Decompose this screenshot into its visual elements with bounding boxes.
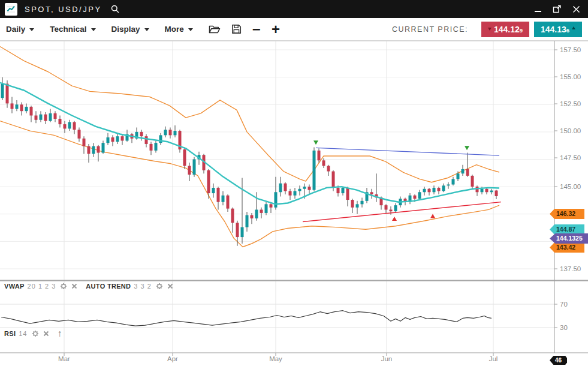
price-tag-bb-lower: 143.42 bbox=[550, 242, 584, 253]
arrow-down-icon bbox=[488, 28, 491, 31]
arrow-up-icon bbox=[572, 26, 575, 29]
overlay-lines-layer bbox=[0, 47, 499, 247]
axes-layer: 157.50155.00152.50150.00147.50145.00142.… bbox=[0, 41, 588, 362]
swing-high-marker bbox=[313, 140, 318, 145]
vwap-remove-icon[interactable] bbox=[71, 283, 77, 289]
vwap-legend-params: 20 1 2 3 bbox=[28, 283, 56, 290]
swing-low-marker bbox=[392, 217, 397, 221]
bid-price-box: 144.12 9 bbox=[481, 22, 529, 37]
vwap-legend-label: VWAP bbox=[4, 283, 25, 290]
bid-price-fraction: 9 bbox=[520, 27, 523, 34]
menu-more[interactable]: More bbox=[165, 25, 193, 34]
svg-text:70: 70 bbox=[560, 301, 568, 308]
chevron-down-icon bbox=[144, 28, 149, 31]
zoom-out-button[interactable]: − bbox=[252, 23, 261, 35]
chart-area: 157.50155.00152.50150.00147.50145.00142.… bbox=[0, 41, 588, 366]
svg-text:155.00: 155.00 bbox=[560, 73, 581, 80]
current-price-label: CURRENT PRICE: bbox=[392, 25, 468, 34]
chevron-down-icon bbox=[91, 28, 96, 31]
price-tag-bb-upper: 146.32 bbox=[550, 209, 584, 219]
rsi-legend-params: 14 bbox=[19, 330, 27, 337]
current-price-area: CURRENT PRICE: 144.12 9 144.13 6 bbox=[392, 22, 582, 37]
menu-display[interactable]: Display bbox=[111, 25, 149, 34]
title-bar: SPOT, USD/JPY bbox=[0, 0, 588, 18]
save-icon[interactable] bbox=[231, 24, 242, 34]
svg-text:Apr: Apr bbox=[167, 355, 178, 362]
auto-trend-remove-icon[interactable] bbox=[167, 283, 173, 289]
auto-trend-settings-gear-icon[interactable] bbox=[156, 283, 163, 290]
chevron-down-icon bbox=[29, 28, 34, 31]
menu-timeframe[interactable]: Daily bbox=[6, 25, 34, 34]
auto-trend-legend-label: AUTO TREND bbox=[86, 283, 131, 290]
svg-text:152.50: 152.50 bbox=[560, 100, 581, 107]
rsi-legend: RSI 14 ↑ bbox=[4, 329, 62, 338]
rsi-legend-label: RSI bbox=[4, 330, 16, 337]
popout-button[interactable] bbox=[552, 4, 562, 14]
main-indicator-legend: VWAP 20 1 2 3 AUTO TREND 3 3 2 bbox=[4, 283, 173, 290]
zoom-in-button[interactable]: + bbox=[272, 23, 280, 35]
rsi-settings-gear-icon[interactable] bbox=[32, 330, 39, 337]
svg-text:137.50: 137.50 bbox=[560, 265, 581, 272]
menu-timeframe-label: Daily bbox=[6, 25, 25, 34]
svg-text:May: May bbox=[269, 355, 282, 362]
chart-canvas[interactable]: 157.50155.00152.50150.00147.50145.00142.… bbox=[0, 41, 588, 366]
rsi-remove-icon[interactable] bbox=[43, 331, 49, 337]
chevron-down-icon bbox=[188, 28, 193, 31]
svg-text:Jun: Jun bbox=[381, 355, 393, 362]
auto-trend-legend-params: 3 3 2 bbox=[134, 283, 151, 290]
plus-icon: + bbox=[272, 23, 280, 35]
toolbar: Daily Technical Display More bbox=[0, 18, 588, 41]
ask-price-value: 144.13 bbox=[541, 25, 566, 34]
vwap-settings-gear-icon[interactable] bbox=[60, 283, 67, 290]
candles-layer bbox=[1, 77, 498, 246]
minimize-button[interactable] bbox=[533, 4, 542, 14]
svg-text:150.00: 150.00 bbox=[560, 127, 581, 134]
search-icon[interactable] bbox=[110, 4, 120, 14]
swing-high-marker bbox=[465, 146, 469, 150]
menu-technical[interactable]: Technical bbox=[50, 25, 95, 34]
svg-text:147.50: 147.50 bbox=[560, 154, 581, 161]
svg-text:157.50: 157.50 bbox=[560, 46, 581, 53]
open-folder-icon[interactable] bbox=[209, 25, 221, 34]
ask-price-fraction: 6 bbox=[566, 27, 569, 34]
swing-low-marker bbox=[430, 214, 435, 218]
svg-text:30: 30 bbox=[560, 324, 568, 331]
move-pane-up-icon[interactable]: ↑ bbox=[58, 329, 62, 338]
bid-price-value: 144.12 bbox=[494, 25, 520, 34]
menu-more-label: More bbox=[165, 25, 184, 34]
symbol-title: SPOT, USD/JPY bbox=[25, 5, 102, 14]
svg-text:Mar: Mar bbox=[58, 355, 70, 362]
svg-text:145.00: 145.00 bbox=[560, 183, 581, 190]
menu-technical-label: Technical bbox=[50, 25, 86, 34]
minus-icon: − bbox=[252, 23, 261, 35]
price-tag-vwap: 144.87 bbox=[550, 224, 584, 235]
rsi-line bbox=[1, 311, 491, 326]
price-tag-last-price: 144.1325 bbox=[550, 233, 588, 244]
menu-display-label: Display bbox=[111, 25, 140, 34]
app-window: SPOT, USD/JPY Daily bbox=[0, 0, 588, 366]
close-button[interactable] bbox=[571, 4, 581, 14]
svg-text:Jul: Jul bbox=[489, 355, 498, 362]
ask-price-box: 144.13 6 bbox=[534, 22, 582, 37]
app-logo-icon bbox=[5, 3, 17, 16]
